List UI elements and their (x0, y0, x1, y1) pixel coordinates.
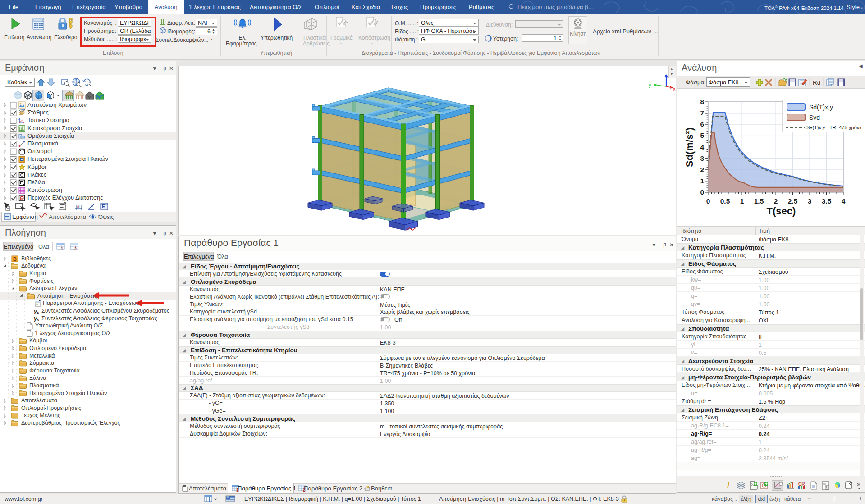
svg-text:0.5: 0.5 (720, 197, 730, 205)
svg-text:8: 8 (700, 98, 704, 105)
svg-text:1.5: 1.5 (754, 197, 764, 205)
svg-text:Rd: Rd (813, 79, 820, 86)
svg-text:Svd: Svd (809, 114, 820, 121)
svg-text:1: 1 (700, 177, 704, 185)
svg-text:2: 2 (774, 197, 778, 205)
svg-text:T(sec): T(sec) (767, 205, 796, 217)
svg-text:1: 1 (740, 197, 744, 205)
svg-text:Sd(T)x,y: Sd(T)x,y (809, 104, 833, 111)
svg-text:2: 2 (700, 166, 704, 173)
svg-text:s: s (37, 310, 39, 315)
svg-text:s: s (37, 318, 39, 322)
svg-text:y: y (649, 82, 651, 88)
svg-text:x: x (673, 86, 676, 91)
svg-text:Sd(m/s²): Sd(m/s²) (684, 127, 695, 167)
svg-text:B: B (13, 256, 17, 262)
svg-text:3: 3 (700, 154, 704, 162)
svg-text:»: » (857, 481, 860, 487)
svg-text:ψ: ψ (91, 204, 93, 208)
svg-text:CR: CR (798, 481, 805, 486)
svg-text:2.5: 2.5 (788, 197, 798, 205)
svg-text:3.5: 3.5 (822, 197, 832, 205)
svg-text:2: 2 (74, 246, 77, 251)
svg-text:3: 3 (808, 197, 812, 205)
svg-text:d: d (77, 204, 80, 209)
svg-text:6: 6 (700, 120, 704, 128)
svg-text:0: 0 (706, 197, 710, 205)
svg-text:4: 4 (842, 197, 846, 205)
svg-text:5: 5 (700, 132, 704, 139)
svg-text:7: 7 (700, 109, 704, 117)
svg-text:0: 0 (700, 188, 704, 196)
svg-text:4: 4 (700, 143, 704, 151)
svg-text:Se(T)x,y - TR=475 χρόνια: Se(T)x,y - TR=475 χρόνια (806, 125, 861, 130)
svg-text:1: 1 (61, 246, 63, 251)
